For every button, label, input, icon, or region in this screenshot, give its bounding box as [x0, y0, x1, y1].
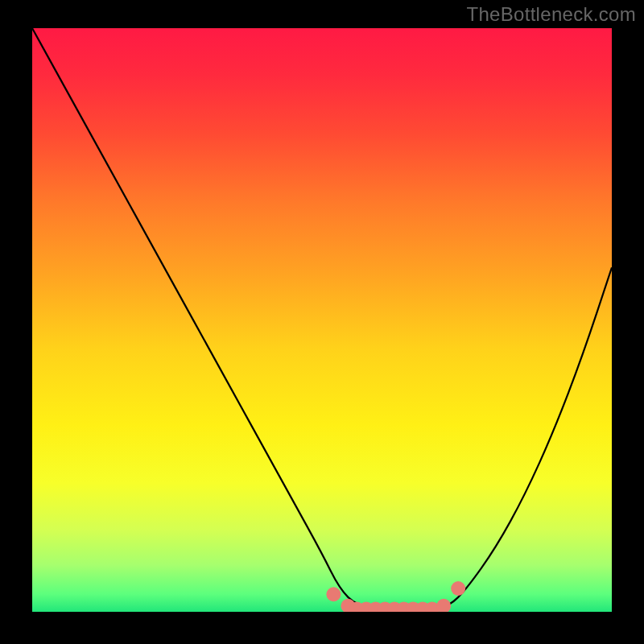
watermark-text: TheBottleneck.com: [466, 3, 636, 26]
svg-point-1: [326, 587, 341, 601]
chart-frame: TheBottleneck.com: [0, 0, 644, 644]
plot-area: [32, 28, 612, 612]
curve-layer: [32, 28, 612, 612]
bottleneck-curve: [32, 28, 612, 612]
svg-point-12: [436, 599, 451, 612]
svg-point-13: [451, 581, 465, 596]
